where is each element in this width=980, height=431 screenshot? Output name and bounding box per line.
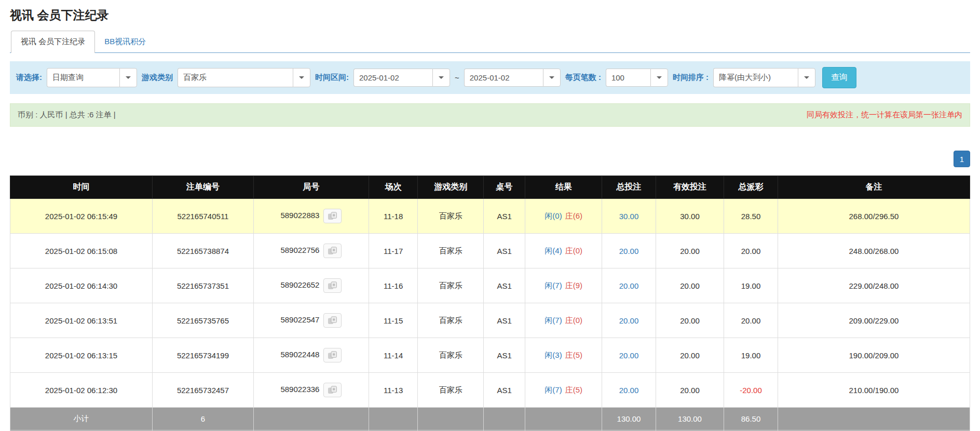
currency-summary-text: 币别 : 人民币 | 总共 :6 注单 | [18, 110, 116, 120]
cell-table-no: AS1 [483, 338, 525, 373]
result-banker: 庄(5) [565, 351, 582, 359]
total-bet-link[interactable]: 20.00 [619, 281, 639, 290]
select-type-label: 请选择: [16, 73, 42, 83]
col-valid-bet: 有效投注 [656, 176, 724, 199]
cell-note: 268.00/296.50 [778, 199, 970, 234]
chevron-down-icon [439, 76, 444, 79]
date-to-select: 2025-01-02 [464, 69, 561, 87]
game-type-dropdown-button[interactable] [293, 68, 310, 87]
cell-bet-id: 522165737351 [153, 268, 254, 303]
pagination: 1 [10, 151, 970, 167]
cell-valid-bet: 20.00 [656, 303, 724, 338]
search-button[interactable]: 查询 [822, 67, 856, 88]
col-session: 场次 [369, 176, 417, 199]
tab-bar: 视讯 会员下注纪录 BB视讯积分 [10, 31, 970, 53]
date-from-input[interactable]: 2025-01-02 [353, 69, 432, 87]
round-replay-button[interactable] [323, 278, 342, 293]
table-row: 2025-01-02 06:13:15 522165734199 5890224… [10, 338, 970, 373]
tab-bb-video-points[interactable]: BB视讯积分 [95, 31, 155, 52]
cell-note: 229.00/248.00 [778, 268, 970, 303]
chevron-down-icon [549, 76, 554, 79]
col-time: 时间 [10, 176, 153, 199]
round-replay-button[interactable] [323, 383, 342, 397]
cell-bet-id: 522165735765 [153, 303, 254, 338]
date-type-value[interactable]: 日期查询 [47, 68, 119, 87]
result-player: 闲(3) [545, 351, 562, 359]
cell-bet-id: 522165734199 [153, 338, 254, 373]
tab-betting-records[interactable]: 视讯 会员下注纪录 [11, 31, 95, 53]
cell-table-no: AS1 [483, 303, 525, 338]
page-size-select: 100 [606, 69, 668, 87]
total-bet-link[interactable]: 20.00 [619, 247, 639, 255]
cell-session: 11-15 [369, 303, 417, 338]
date-to-dropdown-button[interactable] [543, 69, 561, 87]
cell-result: 闲(4)庄(0) [525, 234, 602, 268]
cell-session: 11-17 [369, 234, 417, 268]
cell-payout: 19.00 [724, 338, 778, 373]
total-bet-link[interactable]: 20.00 [619, 386, 639, 395]
empty-cell [253, 408, 369, 430]
sort-order-value[interactable]: 降幂(由大到小) [713, 68, 798, 87]
notice-text: 同局有效投注，统一计算在该局第一张注单内 [807, 110, 962, 120]
total-bet-link[interactable]: 30.00 [619, 212, 639, 221]
page-1-button[interactable]: 1 [954, 151, 970, 167]
page-size-value[interactable]: 100 [606, 69, 650, 87]
cell-round: 589022336 [253, 373, 369, 408]
total-bet-link[interactable]: 20.00 [619, 316, 639, 325]
subtotal-payout: 86.50 [724, 408, 778, 430]
empty-cell [483, 408, 525, 430]
cell-session: 11-14 [369, 338, 417, 373]
cell-note: 248.00/268.00 [778, 234, 970, 268]
cell-round: 589022652 [253, 268, 369, 303]
col-round: 局号 [253, 176, 369, 199]
cell-game-type: 百家乐 [418, 303, 483, 338]
cell-game-type: 百家乐 [418, 268, 483, 303]
cell-total-bet: 20.00 [602, 338, 656, 373]
page-size-dropdown-button[interactable] [650, 69, 668, 87]
date-to-input[interactable]: 2025-01-02 [464, 69, 543, 87]
result-player: 闲(4) [545, 246, 562, 255]
summary-bar: 币别 : 人民币 | 总共 :6 注单 | 同局有效投注，统一计算在该局第一张注… [10, 103, 970, 127]
chevron-down-icon [299, 76, 304, 79]
cell-result: 闲(7)庄(9) [525, 268, 602, 303]
date-type-dropdown-button[interactable] [119, 68, 137, 87]
cell-total-bet: 30.00 [602, 199, 656, 234]
cell-time: 2025-01-02 06:15:08 [10, 234, 153, 268]
cell-total-bet: 20.00 [602, 373, 656, 408]
round-replay-button[interactable] [323, 209, 342, 223]
cell-time: 2025-01-02 06:13:51 [10, 303, 153, 338]
cell-game-type: 百家乐 [418, 338, 483, 373]
date-type-select: 日期查询 [47, 68, 137, 87]
game-type-value[interactable]: 百家乐 [178, 68, 293, 87]
sort-order-select: 降幂(由大到小) [713, 68, 815, 87]
page-size-label: 每页笔数 : [565, 73, 601, 83]
round-replay-button[interactable] [323, 348, 342, 362]
result-player: 闲(7) [545, 281, 562, 290]
date-from-dropdown-button[interactable] [432, 69, 450, 87]
total-bet-link[interactable]: 20.00 [619, 351, 639, 360]
empty-cell [418, 408, 483, 430]
cell-note: 209.00/229.00 [778, 303, 970, 338]
result-banker: 庄(6) [565, 211, 582, 220]
empty-cell [778, 408, 970, 430]
result-banker: 庄(0) [565, 316, 582, 325]
col-bet-id: 注单编号 [153, 176, 254, 199]
cell-valid-bet: 20.00 [656, 373, 724, 408]
cell-session: 11-18 [369, 199, 417, 234]
col-total-bet: 总投注 [602, 176, 656, 199]
chevron-down-icon [804, 76, 809, 79]
video-replay-icon [328, 212, 337, 220]
cell-game-type: 百家乐 [418, 234, 483, 268]
round-replay-button[interactable] [323, 313, 342, 328]
sort-order-dropdown-button[interactable] [798, 68, 815, 87]
table-row: 2025-01-02 06:14:30 522165737351 5890226… [10, 268, 970, 303]
col-note: 备注 [778, 176, 970, 199]
filter-bar: 请选择: 日期查询 游戏类别 百家乐 时间区间: 2025-01-02 ~ 20… [10, 61, 970, 94]
result-player: 闲(7) [545, 385, 562, 394]
round-replay-button[interactable] [323, 244, 342, 258]
cell-table-no: AS1 [483, 199, 525, 234]
time-range-label: 时间区间: [315, 73, 349, 83]
cell-payout: 28.50 [724, 199, 778, 234]
cell-round: 589022448 [253, 338, 369, 373]
cell-round: 589022756 [253, 234, 369, 268]
